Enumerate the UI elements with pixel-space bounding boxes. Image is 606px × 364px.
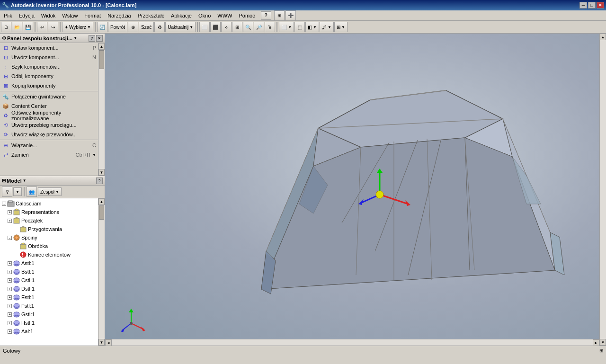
open-btn[interactable]: 📂	[12, 22, 22, 32]
powrot-dropdown[interactable]: Powrót	[108, 22, 127, 32]
zespol-dropdown[interactable]: Zespół ▼	[38, 187, 62, 196]
viewport[interactable]: ▲ ▼ ◄ ►	[105, 34, 606, 346]
new-btn[interactable]: 🗋	[1, 22, 11, 32]
tb-dropdown-4[interactable]: ⊞ ▼	[334, 22, 348, 32]
tree-node-bstl[interactable]: + Bstl:1	[1, 267, 97, 276]
menu-okno[interactable]: Okno	[196, 12, 214, 19]
panel-close-btn[interactable]: ✕	[96, 35, 103, 42]
tree-node-spoiny[interactable]: - Spoiny	[1, 233, 97, 242]
vp-scroll-right[interactable]: ►	[593, 339, 599, 346]
filter-btn[interactable]: ⊽	[2, 186, 12, 197]
toolbar-extra-2[interactable]: ➕	[285, 10, 296, 21]
filter-dropdown[interactable]: ▼	[13, 187, 22, 196]
cstl-expander[interactable]: +	[8, 278, 12, 283]
tree-node-koniec[interactable]: ! Koniec elementów	[1, 250, 97, 259]
aal-expander[interactable]: +	[8, 329, 12, 334]
model-scrollbar[interactable]: ▲ ▼	[98, 198, 105, 346]
panel-item-wstaw[interactable]: ⊞ Wstaw komponent... P	[0, 43, 98, 53]
panel-item-wiazke[interactable]: ⟳ Utwórz wiązkę przewodów...	[0, 130, 98, 139]
szac-icon[interactable]: ⊕	[128, 22, 138, 32]
tree-node-representations[interactable]: + Representations	[1, 208, 97, 216]
tb-dropdown-3[interactable]: 🖊 ▼	[320, 22, 334, 32]
viewport-scrollbar-h[interactable]: ◄ ►	[105, 339, 599, 346]
save-btn[interactable]: 💾	[23, 22, 33, 32]
menu-plik[interactable]: Plik	[1, 12, 15, 19]
select-dropdown[interactable]: ✦ Wybierz ▼	[62, 22, 93, 32]
model-arrow[interactable]: ▼	[23, 178, 27, 183]
panel-item-kopiuj[interactable]: ⊠ Kopiuj komponenty	[0, 81, 98, 90]
panel-item-wiazanie[interactable]: ⊕ Wiązanie... C	[0, 141, 98, 150]
panel-item-utworz[interactable]: ⊡ Utwórz komponent... N	[0, 53, 98, 62]
hstl-expander[interactable]: +	[8, 321, 12, 325]
menu-widok[interactable]: Widok	[38, 12, 59, 19]
tree-root-calosc[interactable]: - Calosc.iam	[1, 199, 97, 208]
tb-icon-h[interactable]: ⬚	[294, 22, 305, 32]
model-help-btn[interactable]: ?	[96, 178, 103, 184]
bstl-expander[interactable]: +	[8, 270, 12, 274]
view-dropdown[interactable]: ⬜ ▼	[279, 22, 294, 32]
tb-icon-a[interactable]: ⬜	[199, 22, 210, 32]
model-scroll-thumb[interactable]	[99, 205, 104, 220]
panel-help-btn[interactable]: ?	[89, 35, 95, 42]
panel-item-content[interactable]: 📦 Content Center	[0, 101, 98, 111]
vp-scroll-left[interactable]: ◄	[105, 339, 112, 346]
panel-konstrucji-scroll[interactable]: ⊞ Wstaw komponent... P ⊡ Utwórz komponen…	[0, 43, 98, 176]
menu-wstaw[interactable]: Wstaw	[59, 12, 80, 19]
menu-aplikacje[interactable]: Aplikacje	[168, 12, 195, 19]
panel-item-rurociag[interactable]: ⟲ Utwórz przebieg rurociągu...	[0, 120, 98, 130]
menu-format[interactable]: Format	[81, 12, 104, 19]
scroll-thumb[interactable]	[99, 50, 104, 69]
tree-node-estl[interactable]: + Estl:1	[1, 293, 97, 302]
tb-icon-d[interactable]: ⊞	[232, 22, 242, 32]
model-scroll-down[interactable]: ▼	[98, 339, 105, 346]
estl-expander[interactable]: +	[8, 295, 12, 300]
tree-node-cstl[interactable]: + Cstl:1	[1, 276, 97, 284]
panel-item-szyk[interactable]: ⋮ Szyk komponentów...	[0, 62, 98, 71]
szac-dropdown[interactable]: Szać	[139, 22, 154, 32]
tb-icon-e[interactable]: 🔍	[243, 22, 253, 32]
rep-expander[interactable]: +	[8, 210, 12, 214]
panel-item-polaczenie[interactable]: 🔩 Połączenie gwintowane	[0, 92, 98, 101]
powrot-icon[interactable]: 🔄	[97, 22, 107, 32]
menu-www[interactable]: WWW	[214, 12, 235, 19]
tree-node-astl[interactable]: + Astl:1	[1, 259, 97, 267]
tree-node-obrobka[interactable]: Obróbka	[1, 242, 97, 250]
team-icon[interactable]: 👥	[27, 186, 37, 197]
tree-node-gstl[interactable]: + Gstl:1	[1, 310, 97, 319]
spoiny-expander[interactable]: -	[8, 236, 12, 240]
tree-node-fstl[interactable]: + Fstl:1	[1, 302, 97, 310]
panel-item-zamien[interactable]: ⇄ Zamień Ctrl+H ▼	[0, 150, 98, 160]
tree-node-dstl[interactable]: + Dstl:1	[1, 284, 97, 293]
uaktualnij-dropdown[interactable]: Uaktualnij ▼	[165, 22, 196, 32]
panel-konstrucji-arrow[interactable]: ▼	[73, 36, 77, 40]
vp-scroll-up[interactable]: ▲	[600, 34, 606, 40]
tb-icon-b[interactable]: ⬛	[210, 22, 221, 32]
redo-btn[interactable]: ↪	[48, 22, 58, 32]
tree-node-przygotowania[interactable]: Przygotowania	[1, 225, 97, 233]
viewport-scrollbar-v[interactable]: ▲ ▼	[599, 34, 606, 346]
panel-konstrucji-scrollbar[interactable]: ▲ ▼	[98, 43, 105, 176]
panel-item-odswiez[interactable]: ♻ Odśwież komponenty znormalizowane	[0, 111, 98, 120]
uaktualnij-icon[interactable]: ♻	[154, 22, 165, 32]
help-icon-btn[interactable]: ?	[261, 11, 271, 20]
tree-node-aal[interactable]: + Aal:1	[1, 327, 97, 336]
fstl-expander[interactable]: +	[8, 304, 12, 308]
root-expander[interactable]: -	[2, 202, 6, 206]
poczatek-expander[interactable]: +	[8, 219, 12, 223]
undo-btn[interactable]: ↩	[37, 22, 47, 32]
close-button[interactable]: ✕	[597, 2, 604, 9]
menu-edycja[interactable]: Edycja	[16, 12, 37, 19]
tree-node-poczatek[interactable]: + Początek	[1, 216, 97, 225]
scroll-up-btn[interactable]: ▲	[98, 43, 105, 50]
tb-icon-f[interactable]: 🔎	[254, 22, 264, 32]
toolbar-extra-1[interactable]: ⊞	[274, 10, 285, 21]
menu-narzedzia[interactable]: Narzędzia	[105, 12, 134, 19]
tb-dropdown-2[interactable]: ◧ ▼	[305, 22, 319, 32]
model-scroll-up[interactable]: ▲	[98, 198, 105, 205]
tree-node-hstl[interactable]: + Hstl:1	[1, 319, 97, 327]
vp-scroll-down[interactable]: ▼	[600, 339, 606, 346]
tb-icon-g[interactable]: 🖱	[265, 22, 275, 32]
scroll-down-btn[interactable]: ▼	[98, 169, 105, 176]
astl-expander[interactable]: +	[8, 261, 12, 266]
panel-item-odbij[interactable]: ⊟ Odbij komponenty	[0, 71, 98, 81]
